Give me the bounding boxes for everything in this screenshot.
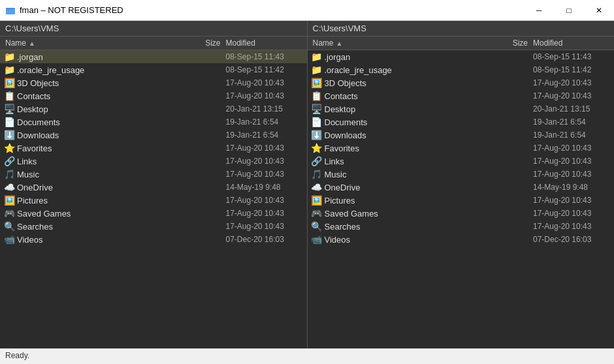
file-modified: 08-Sep-15 11:42 (226, 65, 304, 74)
file-name: Desktop (323, 104, 501, 114)
list-item[interactable]: 🎮Saved Games17-Aug-20 10:43 (308, 207, 615, 220)
file-name: .oracle_jre_usage (323, 65, 501, 75)
file-name: Links (323, 157, 501, 166)
file-icon: 🖼️ (310, 78, 323, 88)
file-modified: 17-Aug-20 10:43 (226, 157, 304, 166)
list-item[interactable]: 🔍Searches17-Aug-20 10:43 (0, 220, 307, 233)
app-icon (5, 5, 16, 16)
list-item[interactable]: 🔗Links17-Aug-20 10:43 (308, 155, 615, 168)
list-item[interactable]: 📹Videos07-Dec-20 16:03 (308, 233, 615, 246)
list-item[interactable]: 🔍Searches17-Aug-20 10:43 (308, 220, 615, 233)
file-modified: 17-Aug-20 10:43 (533, 144, 611, 153)
list-item[interactable]: 🎮Saved Games17-Aug-20 10:43 (0, 207, 307, 220)
right-sort-arrow: ▲ (336, 40, 343, 47)
list-item[interactable]: 🖼️Pictures17-Aug-20 10:43 (308, 194, 615, 207)
file-name: 3D Objects (323, 78, 501, 88)
file-name: Music (16, 170, 193, 179)
list-item[interactable]: 🖼️Pictures17-Aug-20 10:43 (0, 194, 307, 207)
list-item[interactable]: 📄Documents19-Jan-21 6:54 (0, 115, 307, 129)
file-icon: 🖼️ (3, 78, 16, 88)
file-modified: 17-Aug-20 10:43 (533, 209, 611, 218)
list-item[interactable]: 📹Videos07-Dec-20 16:03 (0, 233, 307, 246)
left-sort-arrow: ▲ (29, 40, 35, 47)
list-item[interactable]: 🎵Music17-Aug-20 10:43 (308, 168, 615, 181)
title-bar-left: fman – NOT REGISTERED (5, 5, 123, 16)
list-item[interactable]: 🔗Links17-Aug-20 10:43 (0, 155, 307, 168)
svg-rect-2 (6, 8, 10, 10)
minimize-button[interactable]: ─ (524, 0, 554, 21)
file-icon: 📋 (310, 91, 323, 101)
list-item[interactable]: ☁️OneDrive14-May-19 9:48 (308, 181, 615, 194)
list-item[interactable]: 📁.oracle_jre_usage08-Sep-15 11:42 (0, 63, 307, 76)
list-item[interactable]: ⬇️Downloads19-Jan-21 6:54 (0, 129, 307, 142)
left-col-modified-header[interactable]: Modified (226, 38, 304, 48)
list-item[interactable]: 🖼️3D Objects17-Aug-20 10:43 (308, 76, 615, 89)
file-icon: 🖥️ (3, 104, 16, 114)
list-item[interactable]: 🎵Music17-Aug-20 10:43 (0, 168, 307, 181)
list-item[interactable]: 📁.oracle_jre_usage08-Sep-15 11:42 (308, 63, 615, 76)
right-col-modified-header[interactable]: Modified (533, 38, 611, 48)
file-icon: 📋 (3, 91, 16, 101)
left-col-name-header[interactable]: Name ▲ (3, 38, 193, 48)
file-modified: 17-Aug-20 10:43 (226, 209, 304, 218)
list-item[interactable]: 📄Documents19-Jan-21 6:54 (308, 115, 615, 129)
list-item[interactable]: 🖥️Desktop20-Jan-21 13:15 (0, 102, 307, 115)
left-file-list[interactable]: 📁.jorgan08-Sep-15 11:43📁.oracle_jre_usag… (0, 50, 307, 348)
main-content: C:\Users\VMS Name ▲ Size Modified 📁.jorg… (0, 21, 614, 348)
file-name: Searches (16, 222, 193, 232)
file-modified: 07-Dec-20 16:03 (533, 235, 611, 244)
file-icon: 🖥️ (310, 104, 323, 114)
right-col-size-header[interactable]: Size (500, 38, 533, 48)
file-icon: ⭐ (3, 143, 16, 153)
list-item[interactable]: ☁️OneDrive14-May-19 9:48 (0, 181, 307, 194)
right-file-list[interactable]: 📁.jorgan08-Sep-15 11:43📁.oracle_jre_usag… (308, 50, 615, 348)
file-icon: 📹 (3, 234, 16, 245)
file-modified: 08-Sep-15 11:42 (533, 65, 611, 74)
file-icon: 🔍 (3, 221, 16, 232)
right-path-bar[interactable]: C:\Users\VMS (308, 21, 615, 37)
list-item[interactable]: 📋Contacts17-Aug-20 10:43 (308, 89, 615, 102)
file-name: .jorgan (323, 52, 501, 62)
file-modified: 20-Jan-21 13:15 (226, 104, 304, 114)
left-col-headers: Name ▲ Size Modified (0, 37, 307, 50)
file-modified: 07-Dec-20 16:03 (226, 235, 304, 244)
file-name: Favorites (323, 144, 501, 153)
file-icon: 📄 (3, 117, 16, 127)
file-modified: 20-Jan-21 13:15 (533, 104, 611, 114)
file-icon: 🎮 (3, 208, 16, 219)
file-icon: 🔗 (3, 156, 16, 166)
file-icon: ⭐ (310, 143, 323, 153)
file-name: Desktop (16, 104, 193, 114)
list-item[interactable]: ⬇️Downloads19-Jan-21 6:54 (308, 129, 615, 142)
close-button[interactable]: ✕ (584, 0, 614, 21)
file-modified: 08-Sep-15 11:43 (226, 52, 304, 61)
left-col-size-header[interactable]: Size (193, 38, 226, 48)
file-icon: 🎵 (3, 169, 16, 179)
status-bar: Ready. (0, 348, 614, 364)
list-item[interactable]: ⭐Favorites17-Aug-20 10:43 (0, 142, 307, 155)
file-icon: 🖼️ (310, 195, 323, 205)
file-icon: ☁️ (3, 182, 16, 192)
file-name: Contacts (323, 91, 501, 101)
file-icon: ☁️ (310, 182, 323, 192)
list-item[interactable]: 🖼️3D Objects17-Aug-20 10:43 (0, 76, 307, 89)
file-name: Videos (16, 235, 193, 245)
file-name: .oracle_jre_usage (16, 65, 193, 75)
list-item[interactable]: 📁.jorgan08-Sep-15 11:43 (308, 50, 615, 63)
file-name: Documents (16, 117, 193, 127)
list-item[interactable]: 🖥️Desktop20-Jan-21 13:15 (308, 102, 615, 115)
file-name: OneDrive (16, 183, 193, 192)
file-modified: 19-Jan-21 6:54 (226, 117, 304, 127)
right-col-name-header[interactable]: Name ▲ (310, 38, 501, 48)
left-path-bar[interactable]: C:\Users\VMS (0, 21, 307, 37)
file-icon: 🎮 (310, 208, 323, 219)
list-item[interactable]: ⭐Favorites17-Aug-20 10:43 (308, 142, 615, 155)
status-text: Ready. (5, 351, 29, 360)
maximize-button[interactable]: □ (554, 0, 584, 21)
file-name: Favorites (16, 144, 193, 153)
file-name: Saved Games (323, 209, 501, 219)
list-item[interactable]: 📁.jorgan08-Sep-15 11:43 (0, 50, 307, 63)
list-item[interactable]: 📋Contacts17-Aug-20 10:43 (0, 89, 307, 102)
file-icon: 🖼️ (3, 195, 16, 205)
file-modified: 14-May-19 9:48 (226, 183, 304, 192)
